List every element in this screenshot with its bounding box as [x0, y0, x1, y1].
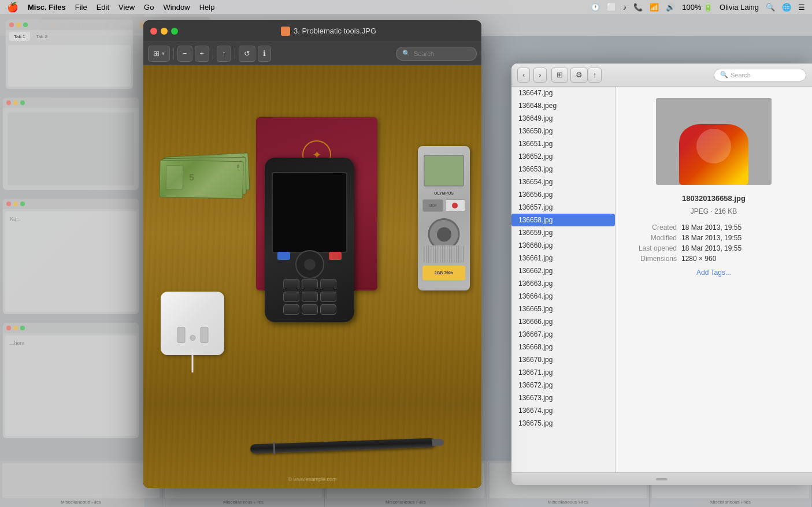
- nokia-keypad: [276, 279, 343, 314]
- left-blurred-window-3: Ka...: [3, 199, 139, 314]
- photo-content: 5 5 5 5 5 ✦ NOKIA: [143, 65, 481, 488]
- info-row-last-opened: Last opened 18 Mar 2013, 19:55: [625, 243, 803, 254]
- pen-tip: [432, 439, 444, 446]
- recorder-screen: [424, 155, 464, 187]
- close-button[interactable]: [150, 28, 157, 35]
- file-item-136674[interactable]: 136674.jpg: [511, 404, 615, 417]
- airplay-icon: ⬜: [607, 3, 616, 12]
- traffic-lights: [150, 28, 178, 35]
- view-options-button[interactable]: ⊞: [551, 68, 568, 83]
- time-machine-icon: 🕐: [591, 3, 600, 12]
- nav-forward-button[interactable]: ›: [533, 68, 546, 83]
- modified-label: Modified: [625, 234, 677, 242]
- info-row-dimensions: Dimensions 1280 × 960: [625, 254, 803, 264]
- file-item-136660[interactable]: 136660.jpg: [511, 239, 615, 252]
- file-item-136664[interactable]: 136664.jpg: [511, 290, 615, 303]
- left-blurred-window-1: Tab 1 Tab 2: [6, 20, 133, 89]
- file-item-136658-selected[interactable]: 136658.jpg: [511, 214, 615, 226]
- file-item-136663[interactable]: 136663.jpg: [511, 277, 615, 290]
- file-item-136668[interactable]: 136668.jpg: [511, 341, 615, 353]
- rotate-button[interactable]: ↺: [239, 46, 255, 62]
- file-item-136652[interactable]: 136652.jpg: [511, 150, 615, 163]
- modified-value: 18 Mar 2013, 19:55: [677, 234, 803, 242]
- dimensions-value: 1280 × 960: [677, 255, 803, 263]
- scroll-indicator: [656, 478, 668, 480]
- preview-toolbar: ⊞▾ − + ↑ ↺ ℹ 🔍 Search: [143, 42, 481, 65]
- finder-search[interactable]: 🔍 Search: [714, 69, 806, 81]
- menu-help[interactable]: Help: [199, 3, 215, 12]
- file-item-136650[interactable]: 136650.jpg: [511, 125, 615, 137]
- created-label: Created: [625, 223, 677, 232]
- zoom-in-button[interactable]: +: [195, 46, 210, 62]
- menu-window[interactable]: Window: [163, 3, 190, 12]
- file-item-136666[interactable]: 136666.jpg: [511, 315, 615, 328]
- file-item-136651[interactable]: 136651.jpg: [511, 137, 615, 150]
- search-icon: 🔍: [402, 50, 410, 57]
- file-item-136675[interactable]: 136675.jpg: [511, 417, 615, 430]
- finder-window: ‹ › ⊞ ⚙ ↑ 🔍 Search 136647.jpg 136648.jpe…: [511, 64, 812, 485]
- file-item-136672[interactable]: 136672.jpg: [511, 379, 615, 392]
- pen-clip: [273, 442, 276, 454]
- info-button[interactable]: ℹ: [258, 46, 271, 62]
- wifi-icon: 📶: [650, 3, 659, 12]
- file-item-136673[interactable]: 136673.jpg: [511, 392, 615, 404]
- finder-bottom-bar: [511, 472, 812, 485]
- voice-recorder: OLYMPUS STOP 2GB 790h: [418, 146, 470, 290]
- thumb-label-5: Miscellaneous Files: [652, 499, 809, 505]
- apple-menu[interactable]: 🍎: [7, 2, 18, 13]
- view-mode-button[interactable]: ⊞▾: [148, 46, 170, 62]
- file-item-136653[interactable]: 136653.jpg: [511, 163, 615, 176]
- file-item-136647[interactable]: 136647.jpg: [511, 87, 615, 99]
- file-item-136659[interactable]: 136659.jpg: [511, 226, 615, 239]
- controls-icon[interactable]: ☰: [798, 3, 805, 12]
- dimensions-label: Dimensions: [625, 255, 677, 263]
- preview-search[interactable]: 🔍 Search: [396, 47, 477, 61]
- nokia-screen: [272, 172, 347, 253]
- file-item-136662[interactable]: 136662.jpg: [511, 264, 615, 277]
- search-icon[interactable]: 🔍: [766, 3, 775, 12]
- adapter-cord: [192, 349, 194, 372]
- minimize-button[interactable]: [161, 28, 168, 35]
- file-item-136657[interactable]: 136657.jpg: [511, 201, 615, 214]
- file-item-136654[interactable]: 136654.jpg: [511, 176, 615, 188]
- menu-bar: 🍎 Misc. Files File Edit View Go Window H…: [0, 0, 812, 14]
- finder-nav-buttons: ‹ ›: [517, 68, 547, 83]
- thumb-img-1: [2, 463, 160, 498]
- maximize-button[interactable]: [171, 28, 178, 35]
- file-item-136670[interactable]: 136670.jpg: [511, 353, 615, 366]
- add-tags-button[interactable]: Add Tags...: [625, 269, 803, 277]
- stop-button: STOP: [422, 199, 443, 212]
- action-button[interactable]: ⚙: [570, 68, 588, 83]
- last-opened-label: Last opened: [625, 244, 677, 252]
- menu-go[interactable]: Go: [144, 3, 154, 12]
- nav-back-button[interactable]: ‹: [517, 68, 530, 83]
- file-item-136671[interactable]: 136671.jpg: [511, 366, 615, 379]
- share-button[interactable]: ↑: [588, 68, 602, 83]
- toolbar-separator-1: [173, 48, 174, 59]
- preview-window: 3. Problematic tools.JPG ⊞▾ − + ↑ ↺ ℹ 🔍 …: [143, 20, 481, 488]
- power-adapter: [161, 292, 224, 355]
- zoom-out-button[interactable]: −: [177, 46, 192, 62]
- file-item-136661[interactable]: 136661.jpg: [511, 252, 615, 264]
- volume-icon: 🔊: [666, 3, 675, 12]
- menu-bar-items: File Edit View Go Window Help: [75, 3, 215, 12]
- file-item-136656[interactable]: 136656.jpg: [511, 188, 615, 201]
- adapter-prong-right: [200, 327, 208, 343]
- app-name: Misc. Files: [28, 3, 66, 12]
- bottom-thumb-1: Miscellaneous Files: [0, 461, 162, 507]
- menu-file[interactable]: File: [75, 3, 87, 12]
- phone-icon: 📞: [633, 3, 643, 12]
- file-item-136665[interactable]: 136665.jpg: [511, 303, 615, 315]
- menu-edit[interactable]: Edit: [97, 3, 109, 12]
- file-item-136667[interactable]: 136667.jpg: [511, 328, 615, 341]
- siri-icon: 🌐: [782, 3, 791, 12]
- recorder-badge: 2GB 790h: [422, 266, 465, 280]
- share-button[interactable]: ↑: [217, 46, 231, 62]
- file-item-136649[interactable]: 136649.jpg: [511, 112, 615, 125]
- recorder-speaker: [424, 245, 464, 263]
- menu-view[interactable]: View: [118, 3, 135, 12]
- left-panel: Tab 1 Tab 2 Ka...: [0, 14, 144, 507]
- photo-caption: © www.example.com: [288, 476, 336, 482]
- thumb-label-1: Miscellaneous Files: [2, 499, 160, 505]
- file-item-136648[interactable]: 136648.jpeg: [511, 99, 615, 112]
